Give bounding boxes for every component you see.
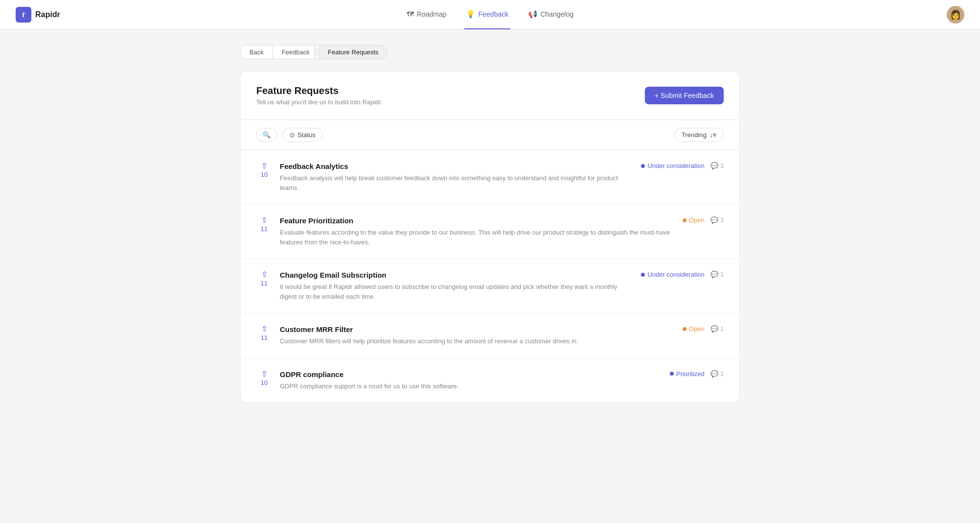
card-header: Feature Requests Tell us what you'd like… [241, 71, 739, 120]
nav-roadmap-label: Roadmap [417, 10, 447, 18]
status-filter-button[interactable]: ⊙ Status [282, 128, 323, 142]
filters-left: 🔍 ⊙ Status [256, 128, 323, 142]
search-icon: 🔍 [263, 131, 271, 139]
nav-roadmap[interactable]: 🗺 Roadmap [405, 0, 449, 29]
nav-changelog[interactable]: 📢 Changelog [526, 0, 576, 29]
feature-content: Feature Prioritization Evaluate features… [280, 216, 675, 247]
status-filter-icon: ⊙ [290, 131, 295, 139]
upvote-arrow[interactable]: ⇧ [261, 271, 268, 279]
app-name: Rapidr [35, 10, 60, 19]
status-dot [641, 273, 645, 277]
logo-area[interactable]: r Rapidr [16, 7, 60, 23]
breadcrumb: Back Feedback Feature Requests [240, 45, 740, 59]
comment-icon: 💬 [710, 271, 718, 278]
feature-title: Customer MRR Filter [280, 325, 675, 333]
comment-count: 💬 1 [710, 370, 724, 378]
feature-meta: Prioritized 💬 1 [670, 370, 724, 378]
card-subtitle: Tell us what you'd like us to build into… [256, 98, 383, 106]
card-header-text: Feature Requests Tell us what you'd like… [256, 85, 383, 106]
status-badge: Open [683, 216, 705, 224]
vote-count: 10 [261, 171, 268, 178]
sort-icon: ↓≡ [710, 131, 716, 139]
nav-feedback-label: Feedback [478, 10, 508, 18]
breadcrumb-feedback[interactable]: Feedback [272, 45, 319, 59]
sort-label: Trending [682, 131, 707, 139]
feature-meta: Open 💬 1 [683, 325, 724, 333]
feature-description: It would be great if Rapidr allowed user… [280, 282, 633, 301]
breadcrumb-back[interactable]: Back [240, 45, 273, 59]
upvote-arrow[interactable]: ⇧ [261, 370, 268, 378]
roadmap-icon: 🗺 [407, 10, 414, 18]
feature-content: Customer MRR Filter Customer MRR filters… [280, 325, 675, 346]
feature-description: Customer MRR filters will help prioritiz… [280, 336, 675, 346]
vote-area[interactable]: ⇧ 11 [256, 325, 272, 341]
feature-content: Feedback Analytics Feedback analysis wil… [280, 162, 633, 192]
vote-count: 11 [261, 334, 268, 341]
feature-title: Feature Prioritization [280, 216, 675, 225]
breadcrumb-feature-requests[interactable]: Feature Requests [318, 45, 388, 59]
feature-list-item[interactable]: ⇧ 10 GDPR compliance GDPR compliance sup… [241, 358, 739, 403]
vote-area[interactable]: ⇧ 10 [256, 370, 272, 386]
feature-meta: Open 💬 3 [683, 216, 724, 224]
vote-count: 10 [261, 379, 268, 386]
feature-description: Feedback analysis will help break custom… [280, 173, 633, 192]
comment-count: 💬 3 [710, 162, 724, 169]
vote-count: 11 [261, 225, 268, 233]
avatar[interactable]: 👩 [947, 6, 964, 24]
feature-description: Evaluate features according to the value… [280, 228, 675, 247]
status-dot [670, 372, 674, 376]
feature-requests-card: Feature Requests Tell us what you'd like… [240, 71, 740, 403]
vote-count: 11 [261, 280, 268, 287]
upvote-arrow[interactable]: ⇧ [261, 216, 268, 224]
feature-list-item[interactable]: ⇧ 11 Customer MRR Filter Customer MRR fi… [241, 313, 739, 358]
feature-meta: Under consideration 💬 3 [641, 162, 724, 169]
changelog-icon: 📢 [528, 10, 538, 19]
upvote-arrow[interactable]: ⇧ [261, 325, 268, 333]
nav-feedback[interactable]: 💡 Feedback [464, 0, 510, 29]
status-dot [683, 218, 686, 222]
comment-icon: 💬 [710, 325, 718, 333]
card-title: Feature Requests [256, 85, 383, 96]
feature-list: ⇧ 10 Feedback Analytics Feedback analysi… [241, 150, 739, 403]
submit-feedback-button[interactable]: + Submit Feedback [645, 87, 724, 104]
feature-description: GDPR compliance support is a must for us… [280, 381, 662, 391]
comment-count: 💬 3 [710, 216, 724, 224]
nav-changelog-label: Changelog [540, 10, 574, 18]
comment-count: 💬 1 [710, 271, 724, 278]
feature-content: GDPR compliance GDPR compliance support … [280, 370, 662, 391]
feature-list-item[interactable]: ⇧ 11 Changelog Email Subscription It wou… [241, 259, 739, 313]
status-dot [641, 164, 645, 168]
feature-title: Changelog Email Subscription [280, 271, 633, 279]
status-badge: Open [683, 325, 705, 333]
search-button[interactable]: 🔍 [256, 128, 277, 142]
status-filter-label: Status [297, 131, 316, 139]
status-badge: Under consideration [641, 162, 704, 169]
feature-meta: Under consideration 💬 1 [641, 271, 724, 278]
vote-area[interactable]: ⇧ 10 [256, 162, 272, 178]
feature-list-item[interactable]: ⇧ 10 Feedback Analytics Feedback analysi… [241, 150, 739, 205]
status-badge: Under consideration [641, 271, 704, 278]
vote-area[interactable]: ⇧ 11 [256, 216, 272, 233]
comment-icon: 💬 [710, 216, 718, 224]
main-nav: 🗺 Roadmap 💡 Feedback 📢 Changelog [405, 0, 576, 29]
sort-button[interactable]: Trending ↓≡ [674, 128, 724, 142]
comment-count: 💬 1 [710, 325, 724, 333]
feature-title: GDPR compliance [280, 370, 662, 379]
status-dot [683, 327, 686, 331]
logo-icon: r [16, 7, 31, 23]
status-badge: Prioritized [670, 370, 705, 378]
feature-title: Feedback Analytics [280, 162, 633, 170]
header: r Rapidr 🗺 Roadmap 💡 Feedback 📢 Changelo… [0, 0, 980, 29]
comment-icon: 💬 [710, 370, 718, 378]
feedback-icon: 💡 [466, 10, 475, 19]
comment-icon: 💬 [710, 162, 718, 169]
filters-bar: 🔍 ⊙ Status Trending ↓≡ [241, 120, 739, 150]
feature-content: Changelog Email Subscription It would be… [280, 271, 633, 301]
main-content: Back Feedback Feature Requests Feature R… [220, 29, 760, 419]
vote-area[interactable]: ⇧ 11 [256, 271, 272, 287]
upvote-arrow[interactable]: ⇧ [261, 162, 268, 170]
feature-list-item[interactable]: ⇧ 11 Feature Prioritization Evaluate fea… [241, 205, 739, 259]
